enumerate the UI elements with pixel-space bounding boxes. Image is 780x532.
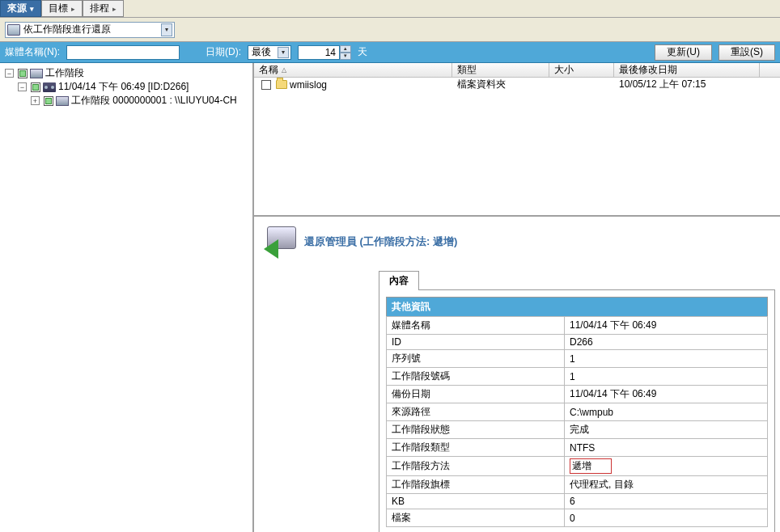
list-item[interactable]: wmiislog 檔案資料夾 10/05/12 上午 07:15	[254, 78, 780, 91]
info-value: 1	[565, 368, 768, 386]
session-item-icon	[56, 96, 69, 106]
days-stepper[interactable]: ▴ ▾	[298, 45, 351, 60]
reset-button[interactable]: 重設(S)	[719, 44, 775, 61]
tree-toggle[interactable]: −	[5, 69, 14, 78]
info-key: 工作階段旗標	[387, 476, 565, 494]
info-key: KB	[387, 494, 565, 509]
date-mode-select[interactable]: 最後 ▾	[248, 45, 291, 60]
restore-mode-select[interactable]: 依工作階段進行還原 ▾	[5, 22, 175, 38]
checkbox[interactable]	[18, 69, 28, 78]
info-value: 完成	[565, 421, 768, 439]
main-area: − 工作階段 − 11/04/14 下午 06:49 [ID:D266] + 工…	[0, 63, 780, 532]
info-value: 6	[565, 494, 768, 509]
info-row: 來源路徑C:\wmpub	[387, 403, 768, 421]
restore-manager-icon	[264, 225, 298, 259]
update-button[interactable]: 更新(U)	[655, 44, 712, 61]
highlight-box: 遞增	[570, 458, 612, 474]
info-value: 遞增	[565, 457, 768, 476]
info-value: NTFS	[565, 439, 768, 457]
section-header: 其他資訊	[386, 297, 768, 316]
info-value: D266	[565, 335, 768, 350]
info-row: 工作階段旗標代理程式, 目錄	[387, 476, 768, 494]
detail-panel: 還原管理員 (工作階段方法: 遞增) 內容 其他資訊 媒體名稱11/04/14 …	[254, 215, 780, 532]
info-key: 工作階段狀態	[387, 421, 565, 439]
info-value: 11/04/14 下午 06:49	[565, 317, 768, 335]
col-date[interactable]: 最後修改日期	[614, 63, 760, 77]
info-value: 1	[565, 350, 768, 368]
days-input[interactable]	[298, 45, 340, 60]
tree-session-item[interactable]: + 工作階段 0000000001 : \\LIUYU04-CH	[2, 94, 251, 108]
info-row: 工作階段狀態完成	[387, 421, 768, 439]
chevron-right-icon: ▸	[112, 5, 117, 13]
date-mode-value: 最後	[250, 45, 276, 59]
info-row: 媒體名稱11/04/14 下午 06:49	[387, 317, 768, 335]
info-row: 檔案0	[387, 509, 768, 527]
chevron-down-icon: ▾	[30, 5, 34, 13]
tab-target[interactable]: 目標▸	[41, 0, 83, 17]
info-row: KB6	[387, 494, 768, 509]
spin-down[interactable]: ▾	[340, 53, 351, 60]
info-key: 工作階段號碼	[387, 368, 565, 386]
checkbox[interactable]	[261, 80, 271, 90]
checkbox[interactable]	[31, 82, 40, 92]
tree-session-label: 11/04/14 下午 06:49 [ID:D266]	[58, 80, 189, 94]
list-header: 名稱△ 類型 大小 最後修改日期	[254, 63, 780, 78]
info-row: 工作階段方法遞增	[387, 457, 768, 476]
checkbox[interactable]	[44, 96, 53, 106]
col-size[interactable]: 大小	[549, 63, 614, 77]
tree-session-item-label: 工作階段 0000000001 : \\LIUYU04-CH	[71, 94, 237, 108]
detail-header: 還原管理員 (工作階段方法: 遞增)	[257, 222, 777, 262]
right-panel: 名稱△ 類型 大小 最後修改日期 wmiislog 檔案資料夾 10/05/12…	[254, 63, 780, 532]
info-key: 備份日期	[387, 386, 565, 403]
info-body: 其他資訊 媒體名稱11/04/14 下午 06:49IDD266序列號1工作階段…	[379, 289, 775, 532]
info-key: 工作階段方法	[387, 457, 565, 476]
item-type: 檔案資料夾	[457, 78, 506, 91]
info-row: 備份日期11/04/14 下午 06:49	[387, 386, 768, 403]
toolbar: 依工作階段進行還原 ▾	[0, 18, 780, 42]
col-name[interactable]: 名稱△	[254, 63, 452, 77]
disk-icon	[7, 24, 20, 36]
tree-session[interactable]: − 11/04/14 下午 06:49 [ID:D266]	[2, 80, 251, 94]
media-name-input[interactable]	[66, 45, 180, 60]
filter-bar: 媒體名稱(N): 日期(D): 最後 ▾ ▴ ▾ 天 更新(U) 重設(S)	[0, 42, 780, 63]
info-value: 11/04/14 下午 06:49	[565, 386, 768, 403]
tab-schedule[interactable]: 排程▸	[83, 0, 124, 17]
media-name-label: 媒體名稱(N):	[5, 45, 60, 59]
chevron-down-icon: ▾	[161, 23, 172, 36]
tree-toggle[interactable]: +	[31, 96, 40, 105]
sessions-icon	[30, 69, 43, 78]
info-key: 媒體名稱	[387, 317, 565, 335]
col-type[interactable]: 類型	[452, 63, 549, 77]
item-name: wmiislog	[290, 79, 327, 91]
main-tabs: 來源▾ 目標▸ 排程▸	[0, 0, 780, 18]
tape-icon	[43, 82, 56, 92]
list-body[interactable]: wmiislog 檔案資料夾 10/05/12 上午 07:15	[254, 78, 780, 215]
tree-toggle[interactable]: −	[18, 82, 27, 91]
tree-panel[interactable]: − 工作階段 − 11/04/14 下午 06:49 [ID:D266] + 工…	[0, 63, 254, 532]
info-key: 序列號	[387, 350, 565, 368]
tree-root-label: 工作階段	[45, 66, 84, 80]
info-key: 檔案	[387, 509, 565, 527]
info-value: C:\wmpub	[565, 403, 768, 421]
restore-mode-label: 依工作階段進行還原	[23, 23, 158, 36]
tree-root[interactable]: − 工作階段	[2, 66, 251, 80]
info-key: 來源路徑	[387, 403, 565, 421]
spin-up[interactable]: ▴	[340, 45, 351, 53]
info-value: 代理程式, 目錄	[565, 476, 768, 494]
info-table: 媒體名稱11/04/14 下午 06:49IDD266序列號1工作階段號碼1備份…	[386, 316, 768, 527]
info-row: 工作階段類型NTFS	[387, 439, 768, 457]
tab-source[interactable]: 來源▾	[0, 0, 41, 17]
info-row: 工作階段號碼1	[387, 368, 768, 386]
info-tabs: 內容 其他資訊 媒體名稱11/04/14 下午 06:49IDD266序列號1工…	[379, 270, 777, 532]
sort-asc-icon: △	[282, 66, 286, 74]
date-label: 日期(D):	[206, 45, 241, 59]
item-date: 10/05/12 上午 07:15	[619, 78, 706, 91]
info-key: 工作階段類型	[387, 439, 565, 457]
tab-content[interactable]: 內容	[379, 271, 419, 290]
info-key: ID	[387, 335, 565, 350]
chevron-down-icon: ▾	[278, 47, 289, 58]
info-value: 0	[565, 509, 768, 527]
chevron-right-icon: ▸	[71, 5, 75, 13]
folder-icon	[276, 80, 287, 89]
info-row: IDD266	[387, 335, 768, 350]
